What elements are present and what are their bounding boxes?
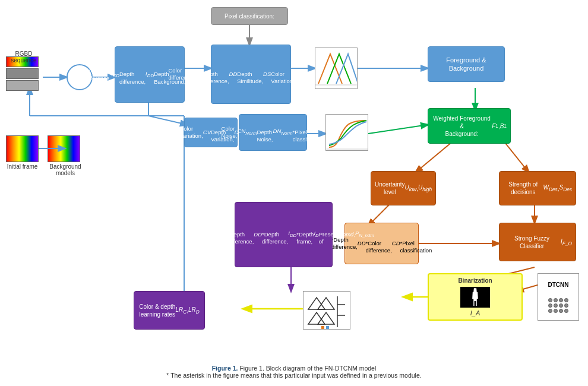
svg-line-12 — [416, 143, 451, 172]
figure-caption: Figure 1. Figure 1. Block diagram of the… — [86, 365, 502, 379]
background-models-image — [48, 135, 80, 162]
fg-bg-box: Foreground &Background — [428, 46, 505, 82]
ia-label: I_A — [470, 309, 480, 317]
purple-feature-box: *Color difference, CD *Depth difference,… — [235, 202, 333, 267]
weighted-fg-bg-box: Weighted Foreground &Background: F1, B1 — [428, 108, 511, 144]
caption-bold: Figure 1. — [212, 365, 238, 372]
color-diff-box2: Color difference, CD Depth difference, D… — [211, 45, 291, 104]
svg-line-14 — [368, 202, 392, 226]
background-models-label: Background models — [45, 163, 86, 176]
membership-chart-top — [315, 48, 358, 89]
color-depth-lr-box: Color & depthlearning ratesLRC, LRD — [134, 291, 205, 330]
depth-diff-box: *Depth difference, DD *Color difference,… — [344, 223, 419, 264]
svg-line-13 — [505, 143, 529, 172]
caption-note: * The asterisk in the figure means that … — [166, 372, 421, 379]
uncertainty-box: Uncertainty levelUlow, Uhigh — [371, 171, 436, 205]
svg-line-9 — [368, 125, 428, 134]
initial-frame-label: Initial frame — [3, 163, 42, 170]
svg-line-11 — [148, 116, 187, 125]
diagram-container: RGBD sequence Color difference, ICD Dept… — [0, 0, 588, 386]
caption-title: Figure 1. Block diagram of the FN-DTCNM … — [239, 365, 376, 372]
pixel-classification-top: Pixel classification: — [211, 7, 288, 25]
dtcnn-label: DTCNN — [548, 281, 569, 288]
dtcnn-box: DTCNN — [538, 273, 579, 321]
sigmoid-chart — [325, 114, 368, 151]
binarization-label: Binarization — [458, 277, 492, 284]
initial-frame-image — [6, 135, 39, 162]
binarization-box: Binarization I_A — [428, 273, 523, 321]
svg-rect-35 — [321, 326, 324, 330]
svg-rect-36 — [326, 326, 329, 330]
rgbd-label: RGBD sequence — [3, 50, 45, 64]
signal-chart — [303, 291, 350, 330]
strength-box: Strength of decisionsWDes, SDes — [499, 171, 576, 205]
color-noise-box: Color Noise, CNNorm Depth Noise, DNNorm … — [239, 114, 307, 151]
strong-fuzzy-box: Strong Fuzzy ClassifierIF_O — [499, 223, 576, 261]
